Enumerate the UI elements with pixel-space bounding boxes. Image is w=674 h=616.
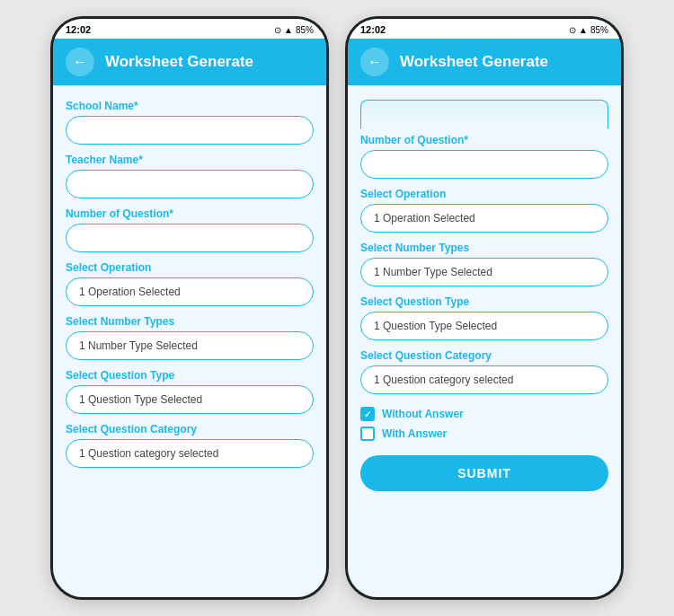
field-group-operation: Select Operation 1 Operation Selected: [66, 261, 314, 306]
label-select-question-category-2: Select Question Category: [360, 349, 608, 362]
app-body-1: School Name* Teacher Name* Number of Que…: [53, 85, 326, 597]
label-teacher-name: Teacher Name*: [66, 154, 314, 166]
label-select-operation-2: Select Operation: [360, 188, 608, 200]
label-select-operation: Select Operation: [66, 261, 314, 274]
wifi-icon: ▲: [284, 25, 293, 35]
field-group-operation-2: Select Operation 1 Operation Selected: [360, 188, 608, 233]
scroll-hint: [360, 100, 608, 128]
status-bar-2: 12:02 ⊙ ▲ 85%: [348, 19, 621, 39]
select-question-type[interactable]: 1 Question Type Selected: [66, 385, 314, 414]
select-question-category-2[interactable]: 1 Question category selected: [360, 365, 608, 394]
field-group-number-types: Select Number Types 1 Number Type Select…: [66, 315, 314, 360]
wifi-icon-2: ▲: [579, 25, 588, 35]
label-num-question: Number of Question*: [66, 207, 314, 220]
select-question-category[interactable]: 1 Question category selected: [66, 439, 314, 468]
status-icons-2: ⊙ ▲ 85%: [569, 25, 608, 35]
select-question-type-2[interactable]: 1 Question Type Selected: [360, 312, 608, 340]
time-1: 12:02: [66, 24, 91, 35]
status-icons-1: ⊙ ▲ 85%: [274, 25, 314, 35]
phone-1: 12:02 ⊙ ▲ 85% ← Worksheet Generate Schoo…: [50, 16, 329, 600]
select-number-types[interactable]: 1 Number Type Selected: [66, 331, 314, 360]
phone-2: 12:02 ⊙ ▲ 85% ← Worksheet Generate Numbe…: [345, 16, 624, 600]
back-button-2[interactable]: ←: [360, 48, 389, 76]
checkbox-group: Without Answer With Answer: [360, 407, 608, 441]
input-school-name[interactable]: [66, 116, 314, 145]
app-title-2: Worksheet Generate: [400, 53, 548, 71]
battery-2: 85%: [590, 25, 608, 35]
app-title-1: Worksheet Generate: [105, 53, 253, 71]
label-school-name: School Name*: [66, 100, 314, 112]
field-group-school: School Name*: [66, 100, 314, 145]
checkbox-without-answer-box[interactable]: [360, 407, 375, 421]
field-group-question-category-2: Select Question Category 1 Question cate…: [360, 349, 608, 394]
input-teacher-name[interactable]: [66, 170, 314, 198]
battery-1: 85%: [296, 25, 314, 35]
checkbox-without-answer-label: Without Answer: [382, 408, 464, 420]
status-bar-1: 12:02 ⊙ ▲ 85%: [53, 19, 326, 39]
select-operation[interactable]: 1 Operation Selected: [66, 277, 314, 306]
label-select-number-types-2: Select Number Types: [360, 242, 608, 254]
app-body-2: Number of Question* Select Operation 1 O…: [348, 85, 621, 597]
select-number-types-2[interactable]: 1 Number Type Selected: [360, 258, 608, 286]
checkbox-with-answer[interactable]: With Answer: [360, 427, 608, 441]
sim-icon: ⊙: [274, 25, 281, 35]
field-group-number-types-2: Select Number Types 1 Number Type Select…: [360, 242, 608, 286]
field-group-question-type-2: Select Question Type 1 Question Type Sel…: [360, 295, 608, 340]
input-num-question-2[interactable]: [360, 150, 608, 179]
submit-button[interactable]: SUBMIT: [360, 455, 608, 491]
checkbox-with-answer-label: With Answer: [382, 427, 447, 440]
select-operation-2[interactable]: 1 Operation Selected: [360, 204, 608, 233]
checkbox-without-answer[interactable]: Without Answer: [360, 407, 608, 421]
label-num-question-2: Number of Question*: [360, 134, 608, 146]
back-button-1[interactable]: ←: [66, 48, 94, 76]
input-num-question[interactable]: [66, 224, 314, 252]
field-group-question-type: Select Question Type 1 Question Type Sel…: [66, 369, 314, 414]
label-select-question-type: Select Question Type: [66, 369, 314, 382]
field-group-num-question: Number of Question*: [66, 207, 314, 252]
app-header-2: ← Worksheet Generate: [348, 39, 621, 85]
field-group-teacher: Teacher Name*: [66, 154, 314, 198]
sim-icon-2: ⊙: [569, 25, 576, 35]
field-group-question-category: Select Question Category 1 Question cate…: [66, 423, 314, 468]
label-select-number-types: Select Number Types: [66, 315, 314, 328]
time-2: 12:02: [360, 24, 386, 35]
app-header-1: ← Worksheet Generate: [53, 39, 326, 85]
checkbox-with-answer-box[interactable]: [360, 427, 375, 441]
label-select-question-type-2: Select Question Type: [360, 295, 608, 308]
label-select-question-category: Select Question Category: [66, 423, 314, 436]
field-group-num-question-2: Number of Question*: [360, 134, 608, 179]
